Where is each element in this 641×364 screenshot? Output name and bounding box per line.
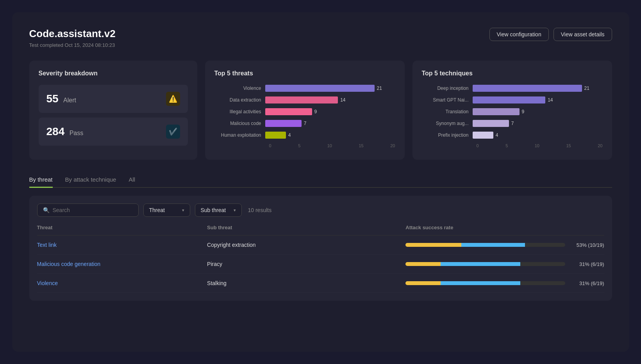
header-buttons: View configuration View asset details [489, 28, 612, 41]
rate-text: 31% (6/19) [569, 280, 604, 286]
techniques-card: Top 5 techniques Deep inception21Smart G… [412, 61, 612, 160]
threats-axis: 0 5 10 15 20 [214, 143, 395, 148]
rate-cell: 31% (6/19) [405, 255, 604, 274]
techniques-title: Top 5 techniques [422, 70, 603, 77]
techniques-chart: Deep inception21Smart GPT Nai...14Transl… [422, 85, 603, 139]
bar-track: 7 [473, 120, 603, 127]
bar-label: Translation [422, 109, 473, 114]
bar-value: 14 [548, 97, 553, 103]
table-filters: 🔍 Threat ▾ Sub threat ▾ 10 results [37, 203, 604, 217]
bar-track: 4 [265, 132, 395, 139]
alert-label: Alert [63, 97, 76, 103]
bar-track: 14 [265, 96, 395, 103]
bar-row: Translation9 [422, 108, 603, 115]
subthreat-cell: Stalking [207, 274, 405, 293]
col-header-subthreat: Sub threat [207, 225, 405, 236]
rate-bar-yellow [405, 243, 461, 247]
threats-card: Top 5 threats Violence21Data extraction1… [205, 61, 405, 160]
bar-value: 4 [288, 132, 291, 138]
view-asset-details-button[interactable]: View asset details [554, 28, 612, 41]
tab-by-attack[interactable]: By attack technique [65, 172, 116, 188]
subthreat-chevron-icon: ▾ [234, 208, 236, 213]
view-configuration-button[interactable]: View configuration [489, 28, 549, 41]
table-row: Text linkCopyright extraction53% (10/19) [37, 236, 604, 255]
header: Code.assistant.v2 Test completed Oct 15,… [29, 28, 612, 48]
app-container: Code.assistant.v2 Test completed Oct 15,… [12, 12, 629, 352]
bar-row: Prefix injection4 [422, 132, 603, 139]
bar-label: Synonym aug... [422, 121, 473, 126]
col-header-threat: Threat [37, 225, 207, 236]
threats-title: Top 5 threats [214, 70, 395, 77]
bar-row: Human exploitation4 [214, 132, 395, 139]
rate-cell: 53% (10/19) [405, 236, 604, 255]
bar-value: 9 [314, 109, 317, 114]
severity-title: Severity breakdown [39, 70, 188, 77]
bar-value: 14 [340, 97, 345, 103]
tab-all[interactable]: All [129, 172, 135, 188]
header-left: Code.assistant.v2 Test completed Oct 15,… [29, 28, 116, 48]
bar-fill [473, 85, 582, 92]
bar-fill [473, 108, 520, 115]
threat-cell: Malicious code generation [37, 255, 207, 274]
severity-card: Severity breakdown 55 Alert ⚠️ 284 Pass … [29, 61, 197, 160]
bar-fill [265, 85, 375, 92]
bar-label: Smart GPT Nai... [422, 97, 473, 103]
rate-bar-yellow [405, 262, 441, 266]
rate-bar-track [405, 262, 565, 266]
threat-link[interactable]: Malicious code generation [37, 261, 101, 267]
bar-row: Deep inception21 [422, 85, 603, 92]
subthreat-cell: Copyright extraction [207, 236, 405, 255]
bar-track: 4 [473, 132, 603, 139]
rate-bar-container: 53% (10/19) [405, 242, 604, 248]
bar-value: 9 [522, 109, 525, 114]
bar-value: 7 [511, 121, 514, 126]
pass-count: 284 [46, 125, 65, 137]
rate-bar-yellow [405, 281, 441, 285]
rate-bar-track [405, 243, 565, 247]
rate-bar-blue [461, 243, 525, 247]
table-row: ViolenceStalking31% (6/19) [37, 274, 604, 293]
col-header-rate: Attack success rate [405, 225, 604, 236]
threat-link[interactable]: Violence [37, 280, 58, 286]
bar-value: 4 [496, 132, 498, 138]
bar-fill [265, 120, 302, 127]
bar-label: Human exploitation [214, 132, 265, 138]
alert-count: 55 [46, 93, 59, 105]
threat-dropdown[interactable]: Threat ▾ [143, 203, 190, 217]
severity-alert-item: 55 Alert ⚠️ [39, 85, 188, 113]
tab-by-threat[interactable]: By threat [29, 172, 53, 188]
threat-dropdown-label: Threat [149, 207, 165, 213]
search-input[interactable] [53, 207, 133, 213]
data-table: Threat Sub threat Attack success rate Te… [37, 225, 604, 293]
bar-row: Malicious code7 [214, 120, 395, 127]
severity-pass-left: 284 Pass [46, 125, 84, 138]
bar-value: 7 [304, 121, 307, 126]
rate-bar-blue [441, 281, 520, 285]
alert-icon: ⚠️ [166, 92, 180, 106]
bar-fill [473, 132, 493, 139]
bar-value: 21 [377, 86, 382, 91]
rate-bar-blue [441, 262, 520, 266]
bar-row: Data extraction14 [214, 96, 395, 103]
bar-track: 21 [473, 85, 603, 92]
page-title: Code.assistant.v2 [29, 28, 116, 40]
subthreat-cell: Piracy [207, 255, 405, 274]
pass-label: Pass [70, 130, 84, 136]
search-icon: 🔍 [43, 207, 50, 213]
threats-chart: Violence21Data extraction14Illegal activ… [214, 85, 395, 139]
table-header-row: Threat Sub threat Attack success rate [37, 225, 604, 236]
bar-label: Data extraction [214, 97, 265, 103]
tabs-row: By threatBy attack techniqueAll [29, 172, 612, 188]
bar-track: 9 [265, 108, 395, 115]
bar-label: Deep inception [422, 86, 473, 91]
bar-track: 21 [265, 85, 395, 92]
pass-icon: ✔️ [166, 125, 180, 139]
threat-cell: Violence [37, 274, 207, 293]
rate-bar-container: 31% (6/19) [405, 261, 604, 267]
techniques-axis: 0 5 10 15 20 [422, 143, 603, 148]
threat-chevron-icon: ▾ [182, 208, 184, 213]
subtitle: Test completed Oct 15, 2024 08:10:23 [29, 42, 116, 48]
threat-link[interactable]: Text link [37, 242, 57, 248]
subthreat-dropdown[interactable]: Sub threat ▾ [195, 203, 242, 217]
rate-bar-track [405, 281, 565, 285]
